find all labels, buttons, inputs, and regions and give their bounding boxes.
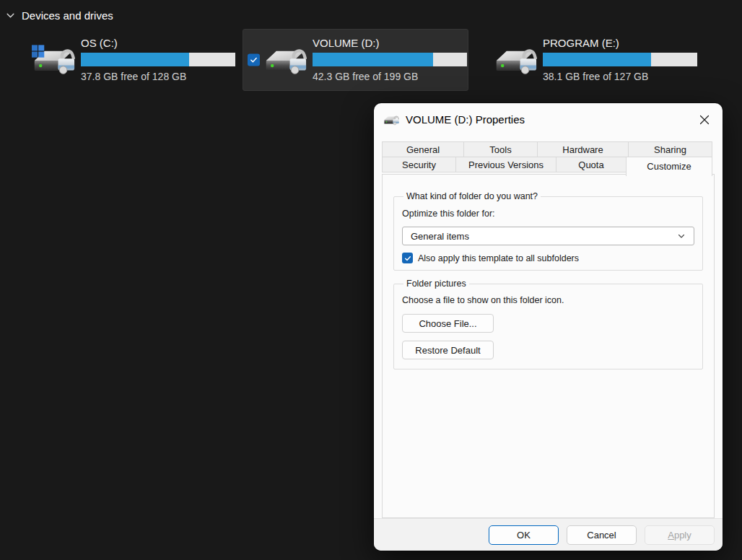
folder-pictures-group-title: Folder pictures	[403, 279, 469, 289]
chevron-down-icon	[6, 11, 15, 20]
check-icon	[250, 56, 258, 64]
drive-lock-icon	[383, 113, 399, 126]
drive-usage-bar	[313, 53, 467, 66]
drive-bitlocker-unlocked-icon	[263, 43, 307, 77]
folder-type-group: What kind of folder do you want? Optimiz…	[393, 191, 703, 271]
tab-sharing[interactable]: Sharing	[628, 141, 712, 157]
tab-security[interactable]: Security	[382, 157, 456, 172]
tab-customize[interactable]: Customize	[626, 157, 712, 176]
ok-button[interactable]: OK	[489, 525, 559, 545]
drive-bitlocker-unlocked-icon	[494, 43, 537, 77]
apply-template-row[interactable]: Also apply this template to all subfolde…	[402, 253, 694, 263]
drive-bitlocker-unlocked-icon	[32, 43, 75, 77]
folder-type-group-title: What kind of folder do you want?	[403, 191, 541, 201]
dialog-title: VOLUME (D:) Properties	[406, 113, 525, 126]
customize-tab-page: What kind of folder do you want? Optimiz…	[382, 174, 715, 518]
drive-free-space: 37.8 GB free of 128 GB	[81, 71, 235, 82]
optimize-folder-select[interactable]: General items	[402, 227, 694, 245]
devices-and-drives-header[interactable]: Devices and drives	[6, 9, 113, 22]
tab-quota[interactable]: Quota	[556, 157, 627, 172]
chevron-down-icon	[677, 232, 686, 240]
apply-button[interactable]: Apply	[645, 525, 715, 545]
drive-tile-os-c[interactable]: OS (C:) 37.8 GB free of 128 GB	[12, 29, 237, 91]
folder-picture-hint: Choose a file to show on this folder ico…	[402, 295, 694, 305]
drive-usage-fill	[543, 53, 651, 66]
drive-tile-program-e[interactable]: PROGRAM (E:) 38.1 GB free of 127 GB	[473, 29, 699, 91]
drive-usage-fill	[81, 53, 189, 66]
apply-template-label: Also apply this template to all subfolde…	[418, 253, 579, 263]
tab-tools[interactable]: Tools	[463, 141, 538, 157]
tab-general[interactable]: General	[382, 141, 464, 157]
dialog-footer: OK Cancel Apply	[374, 518, 723, 551]
drive-name: OS (C:)	[81, 38, 235, 50]
folder-pictures-group: Folder pictures Choose a file to show on…	[393, 279, 703, 369]
drive-selected-checkbox[interactable]	[248, 54, 260, 66]
apply-template-checkbox[interactable]	[402, 253, 413, 263]
optimize-folder-value: General items	[411, 231, 469, 242]
optimize-label: Optimize this folder for:	[402, 209, 694, 219]
restore-default-button[interactable]: Restore Default	[402, 341, 494, 359]
drive-tile-volume-d[interactable]: VOLUME (D:) 42.3 GB free of 199 GB	[243, 29, 468, 91]
drive-usage-fill	[313, 53, 433, 66]
tab-hardware[interactable]: Hardware	[537, 141, 629, 157]
properties-dialog: VOLUME (D:) Properties General Tools Har…	[374, 103, 723, 551]
tab-strip: General Tools Hardware Sharing Security …	[382, 141, 715, 175]
drive-name: PROGRAM (E:)	[543, 38, 697, 50]
dialog-titlebar[interactable]: VOLUME (D:) Properties	[374, 103, 723, 136]
drive-free-space: 42.3 GB free of 199 GB	[313, 71, 467, 82]
section-title: Devices and drives	[22, 9, 113, 22]
drive-usage-bar	[81, 53, 235, 66]
check-icon	[404, 255, 411, 262]
close-icon[interactable]	[691, 108, 718, 132]
cancel-button[interactable]: Cancel	[567, 525, 637, 545]
drive-usage-bar	[543, 53, 697, 66]
choose-file-button[interactable]: Choose File...	[402, 314, 494, 333]
tab-previous-versions[interactable]: Previous Versions	[455, 157, 556, 172]
drive-name: VOLUME (D:)	[313, 38, 467, 50]
drive-tiles: OS (C:) 37.8 GB free of 128 GB VOLUME (D…	[12, 29, 699, 91]
drive-free-space: 38.1 GB free of 127 GB	[543, 71, 697, 82]
